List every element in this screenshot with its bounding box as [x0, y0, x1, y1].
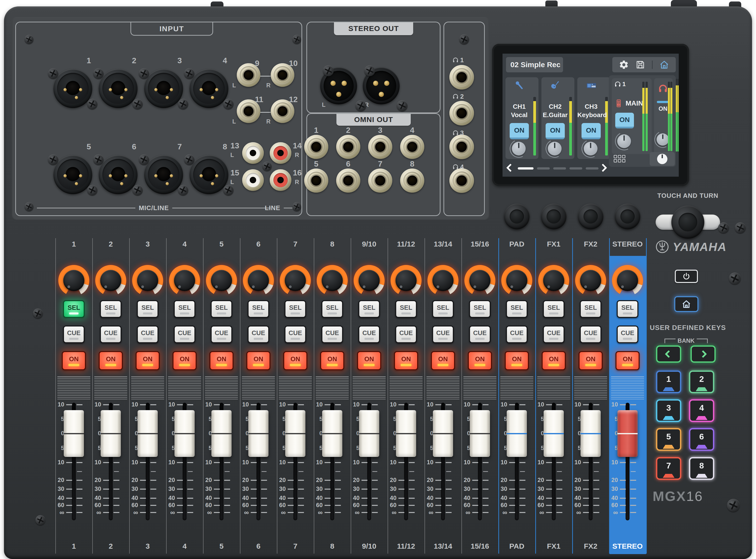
page-dash[interactable] — [570, 167, 582, 170]
cue-button[interactable]: CUE — [321, 326, 343, 343]
gain-knob[interactable] — [243, 265, 274, 296]
user-key-7[interactable]: 7 — [656, 457, 681, 480]
screen-channel-knob[interactable] — [548, 142, 562, 156]
fader-cap[interactable] — [470, 410, 490, 457]
gain-knob[interactable] — [280, 265, 311, 296]
touch-and-turn-knob[interactable] — [671, 206, 704, 239]
user-key-1[interactable]: 1 — [656, 371, 681, 393]
gain-knob[interactable] — [391, 265, 422, 296]
sel-button[interactable]: SEL — [100, 300, 121, 318]
assign-knob-1[interactable] — [504, 204, 530, 229]
sel-button[interactable]: SEL — [580, 300, 601, 318]
home-button[interactable] — [674, 296, 698, 312]
gain-knob[interactable] — [132, 265, 163, 296]
on-button[interactable]: ON — [62, 351, 86, 370]
fader-cap[interactable] — [433, 410, 453, 457]
home-icon[interactable] — [659, 60, 669, 70]
fader-cap[interactable] — [359, 410, 379, 457]
save-icon[interactable] — [636, 60, 645, 70]
fader-cap[interactable] — [175, 410, 195, 457]
assign-knob-4[interactable] — [615, 204, 640, 229]
gain-knob[interactable] — [427, 265, 459, 296]
cue-button[interactable]: CUE — [63, 326, 85, 343]
screen-channel-card-ch2[interactable]: CH2E.GuitarON — [541, 77, 574, 159]
screen-main-on-button[interactable]: ON — [615, 113, 634, 129]
fader-cap[interactable] — [322, 410, 342, 457]
screen-monitor-card[interactable]: ON — [654, 78, 673, 154]
fader-cap[interactable] — [618, 410, 638, 457]
user-key-4[interactable]: 4 — [689, 399, 714, 422]
on-button[interactable]: ON — [394, 351, 418, 370]
screen-channel-card-ch1[interactable]: CH1VocalON — [506, 77, 538, 159]
fader-cap[interactable] — [285, 410, 305, 457]
on-button[interactable]: ON — [579, 351, 603, 370]
sel-button[interactable]: SEL — [432, 300, 454, 318]
settings-icon[interactable] — [619, 60, 629, 70]
on-button[interactable]: ON — [136, 351, 160, 370]
page-dash[interactable] — [586, 167, 599, 170]
cue-button[interactable]: CUE — [100, 326, 121, 343]
screen-channel-on-button[interactable]: ON — [510, 123, 529, 139]
screen-main-card[interactable]: 1 MAIN ON — [612, 78, 652, 154]
cue-button[interactable]: CUE — [617, 326, 638, 343]
sel-button[interactable]: SEL — [617, 300, 638, 318]
gain-knob[interactable] — [206, 265, 237, 296]
screen-monitor-knob[interactable] — [657, 133, 669, 146]
cue-button[interactable]: CUE — [543, 326, 564, 343]
cue-button[interactable]: CUE — [395, 326, 417, 343]
touchscreen[interactable]: 02 Simple Rec CH1VocalONCH2E.GuitarONCH3… — [503, 54, 679, 177]
sel-button[interactable]: SEL — [506, 300, 528, 318]
screen-channel-on-button[interactable]: ON — [581, 123, 601, 139]
on-button[interactable]: ON — [246, 351, 270, 370]
screen-channel-knob[interactable] — [512, 142, 526, 156]
on-button[interactable]: ON — [283, 351, 307, 370]
on-button[interactable]: ON — [99, 351, 123, 370]
page-dash[interactable] — [553, 167, 566, 170]
cue-button[interactable]: CUE — [506, 326, 528, 343]
on-button[interactable]: ON — [505, 351, 529, 370]
sel-button[interactable]: SEL — [285, 300, 306, 318]
gain-knob[interactable] — [538, 265, 569, 296]
on-button[interactable]: ON — [616, 351, 640, 370]
on-button[interactable]: ON — [209, 351, 234, 370]
cue-button[interactable]: CUE — [174, 326, 195, 343]
screen-channel-on-button[interactable]: ON — [546, 123, 565, 139]
on-button[interactable]: ON — [320, 351, 344, 370]
fader-cap[interactable] — [248, 410, 268, 457]
fader-cap[interactable] — [396, 410, 416, 457]
user-key-3[interactable]: 3 — [656, 399, 681, 422]
cue-button[interactable]: CUE — [248, 326, 269, 343]
user-key-5[interactable]: 5 — [656, 428, 681, 451]
page-dash[interactable] — [537, 167, 550, 170]
cue-button[interactable]: CUE — [432, 326, 454, 343]
assign-knob-3[interactable] — [578, 204, 603, 229]
cue-button[interactable]: CUE — [469, 326, 491, 343]
cue-button[interactable]: CUE — [285, 326, 306, 343]
cue-button[interactable]: CUE — [210, 326, 232, 343]
fader-cap[interactable] — [212, 410, 231, 457]
knob-mode-tile[interactable] — [650, 152, 675, 166]
sel-button[interactable]: SEL — [63, 300, 85, 318]
fader-cap[interactable] — [507, 410, 527, 457]
user-key-8[interactable]: 8 — [689, 457, 714, 480]
page-dash[interactable] — [518, 167, 534, 170]
sel-button[interactable]: SEL — [358, 300, 380, 318]
on-button[interactable]: ON — [431, 351, 455, 370]
fader-cap[interactable] — [543, 410, 564, 457]
fader-cap[interactable] — [580, 410, 601, 457]
bank-prev-button[interactable] — [656, 345, 681, 363]
page-prev-icon[interactable] — [506, 164, 515, 172]
gain-knob[interactable] — [58, 265, 89, 296]
cue-button[interactable]: CUE — [137, 326, 158, 343]
sel-button[interactable]: SEL — [321, 300, 343, 318]
gain-knob[interactable] — [95, 265, 126, 296]
fader-cap[interactable] — [64, 410, 84, 457]
screen-main-knob[interactable] — [617, 134, 631, 148]
on-button[interactable]: ON — [542, 351, 566, 370]
cue-button[interactable]: CUE — [580, 326, 601, 343]
assign-knob-2[interactable] — [541, 204, 566, 229]
page-next-icon[interactable] — [599, 164, 607, 172]
bank-next-button[interactable] — [691, 345, 716, 363]
gain-knob[interactable] — [612, 265, 643, 296]
sel-button[interactable]: SEL — [395, 300, 417, 318]
